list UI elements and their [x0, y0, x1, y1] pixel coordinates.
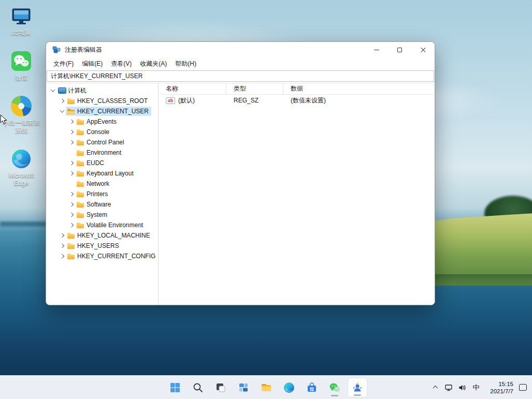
start-button[interactable]: [165, 378, 185, 397]
desktop-icon-this-pc[interactable]: 此电脑: [2, 5, 40, 37]
tree-item-hkey-current-user[interactable]: HKEY_CURRENT_USER: [46, 106, 158, 116]
chevron-right-icon[interactable]: [68, 159, 75, 167]
chevron-right-icon[interactable]: [59, 232, 66, 239]
chevron-right-icon[interactable]: [68, 118, 75, 125]
maximize-button[interactable]: [388, 42, 411, 57]
minimize-button[interactable]: [365, 42, 388, 57]
tree-item-label: Keyboard Layout: [87, 170, 134, 177]
window-title: 注册表编辑器: [65, 46, 102, 54]
desktop-icon-label: Microsoft: [9, 172, 34, 180]
menu-edit[interactable]: 编辑(E): [78, 58, 107, 70]
tree-item-eudc[interactable]: EUDC: [46, 158, 158, 168]
tree-item-software[interactable]: Software: [46, 199, 158, 210]
ime-button[interactable]: 中: [469, 377, 483, 398]
task-view-button[interactable]: [211, 378, 231, 397]
tree-item-environment[interactable]: Environment: [46, 147, 158, 158]
folder-icon: [76, 221, 85, 229]
taskbar: 中 15:15 2021/7/7: [0, 375, 532, 399]
tree-item-label: Network: [87, 180, 109, 187]
windows-logo-icon: [169, 382, 181, 393]
tree-item-appevents[interactable]: AppEvents: [46, 116, 158, 127]
system-tray: 中 15:15 2021/7/7: [428, 376, 530, 399]
close-button[interactable]: [411, 42, 435, 57]
chevron-down-icon[interactable]: [59, 108, 66, 115]
desktop-icon-label: 此电脑: [12, 29, 31, 37]
desktop-icon-edge[interactable]: Microsoft Edge: [2, 148, 40, 187]
tree-item-hkey-local-machine[interactable]: HKEY_LOCAL_MACHINE: [46, 230, 158, 241]
file-explorer-button[interactable]: [256, 378, 276, 397]
column-header-name[interactable]: 名称: [159, 83, 226, 94]
folder-icon: [67, 231, 76, 240]
chevron-right-icon[interactable]: [68, 221, 75, 229]
desktop: 此电脑 微信 小白: [0, 0, 532, 399]
tree-item-label: HKEY_CURRENT_CONFIG: [77, 253, 155, 260]
tree-item-console[interactable]: Console: [46, 127, 158, 137]
registry-editor-icon: [52, 46, 61, 54]
chevron-spacer: [68, 180, 75, 187]
tree-item-hkey-classes-root[interactable]: HKEY_CLASSES_ROOT: [46, 96, 158, 106]
computer-icon: [57, 86, 66, 95]
tree-item-label: System: [87, 211, 107, 218]
folder-icon: [76, 117, 85, 126]
folder-icon: [76, 190, 85, 198]
folder-icon: [76, 200, 85, 209]
microsoft-edge-icon: [10, 148, 32, 170]
chevron-right-icon[interactable]: [68, 201, 75, 208]
menu-help[interactable]: 帮助(H): [171, 58, 200, 70]
registry-tree: 计算机 HKEY_CLASSES_ROOT HKEY_CURRENT_USER …: [46, 83, 159, 305]
folder-icon: [76, 149, 85, 157]
desktop-icon-wechat[interactable]: 微信: [2, 50, 40, 82]
tree-item-label: Printers: [87, 190, 108, 198]
chevron-right-icon[interactable]: [59, 242, 66, 249]
chevron-down-icon[interactable]: [49, 87, 56, 94]
desktop-icon-label: 系统: [15, 127, 27, 135]
title-bar[interactable]: 注册表编辑器: [46, 42, 435, 57]
tree-item-volatile-environment[interactable]: Volatile Environment: [46, 220, 158, 230]
menu-file[interactable]: 文件(F): [49, 58, 78, 70]
tree-item-system[interactable]: System: [46, 210, 158, 220]
tree-item-keyboard-layout[interactable]: Keyboard Layout: [46, 168, 158, 179]
chevron-right-icon[interactable]: [68, 139, 75, 146]
tree-item-network[interactable]: Network: [46, 179, 158, 189]
tree-item-printers[interactable]: Printers: [46, 189, 158, 199]
value-row-default[interactable]: ab (默认) REG_SZ (数值未设置): [159, 95, 435, 106]
widgets-button[interactable]: [234, 378, 253, 397]
address-input[interactable]: 计算机\HKEY_CURRENT_USER: [47, 70, 434, 82]
folder-icon: [76, 180, 85, 188]
tree-item-control-panel[interactable]: Control Panel: [46, 137, 158, 147]
menu-view[interactable]: 查看(V): [107, 58, 136, 70]
folder-icon: [67, 97, 76, 105]
tree-item-hkey-users[interactable]: HKEY_USERS: [46, 241, 158, 251]
close-icon: [420, 47, 426, 53]
value-name: (默认): [178, 96, 195, 105]
this-pc-icon: [10, 5, 32, 27]
chevron-right-icon[interactable]: [68, 170, 75, 177]
wechat-taskbar-button[interactable]: [325, 378, 344, 397]
tree-item-hkey-current-config[interactable]: HKEY_CURRENT_CONFIG: [46, 251, 158, 261]
chevron-right-icon[interactable]: [59, 253, 66, 260]
mouse-cursor: [0, 115, 8, 127]
network-icon: [444, 383, 453, 392]
column-header-data[interactable]: 数据: [283, 83, 435, 94]
chevron-right-icon[interactable]: [59, 97, 66, 105]
volume-button[interactable]: [455, 377, 469, 398]
chevron-right-icon[interactable]: [68, 128, 75, 136]
search-button[interactable]: [188, 378, 208, 397]
edge-button[interactable]: [279, 378, 299, 397]
folder-icon: [76, 169, 85, 178]
notification-center-button[interactable]: [515, 377, 530, 398]
tray-overflow-button[interactable]: [428, 377, 442, 398]
taskbar-clock[interactable]: 15:15 2021/7/7: [483, 380, 515, 395]
chevron-right-icon[interactable]: [68, 190, 75, 198]
maximize-icon: [397, 48, 402, 52]
wecom-taskbar-button[interactable]: [348, 378, 367, 397]
microsoft-store-button[interactable]: [302, 378, 322, 397]
tree-item-computer[interactable]: 计算机: [46, 85, 158, 96]
column-header-type[interactable]: 类型: [226, 83, 283, 94]
wecom-icon: [351, 381, 364, 394]
chevron-right-icon[interactable]: [68, 211, 75, 218]
tree-item-label: Environment: [87, 149, 121, 156]
notification-icon: [519, 384, 527, 391]
menu-favorites[interactable]: 收藏夹(A): [136, 58, 171, 70]
network-button[interactable]: [442, 377, 455, 398]
